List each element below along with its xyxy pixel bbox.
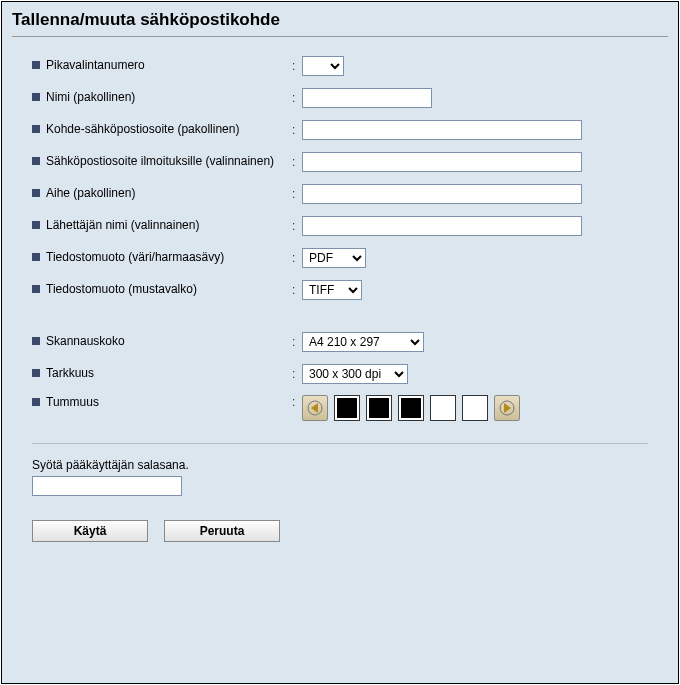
- colon: :: [292, 395, 302, 409]
- bullet-icon: [32, 61, 40, 69]
- bullet-icon: [32, 93, 40, 101]
- colon: :: [292, 367, 302, 381]
- svg-marker-3: [504, 403, 511, 413]
- bullet-icon: [32, 369, 40, 377]
- colon: :: [292, 155, 302, 169]
- colon: :: [292, 91, 302, 105]
- bullet-icon: [32, 285, 40, 293]
- darkness-swatch-2[interactable]: [366, 395, 392, 421]
- notify-email-label: Sähköpostiosoite ilmoituksille (valinnai…: [46, 154, 274, 170]
- resolution-label: Tarkkuus: [46, 366, 94, 382]
- triangle-right-icon: [499, 400, 515, 416]
- format-color-label: Tiedostomuoto (väri/harmaasävy): [46, 250, 224, 266]
- name-label: Nimi (pakollinen): [46, 90, 135, 106]
- colon: :: [292, 335, 302, 349]
- bullet-icon: [32, 125, 40, 133]
- darkness-label: Tummuus: [46, 395, 99, 411]
- admin-password-input[interactable]: [32, 476, 182, 496]
- bullet-icon: [32, 253, 40, 261]
- darkness-swatch-4[interactable]: [430, 395, 456, 421]
- sender-name-label: Lähettäjän nimi (valinnainen): [46, 218, 199, 234]
- divider: [12, 36, 668, 37]
- colon: :: [292, 219, 302, 233]
- page-title: Tallenna/muuta sähköpostikohde: [2, 2, 678, 36]
- sender-name-input[interactable]: [302, 216, 582, 236]
- resolution-select[interactable]: 300 x 300 dpi: [302, 364, 408, 384]
- speed-dial-select[interactable]: [302, 56, 344, 76]
- divider: [32, 443, 648, 444]
- colon: :: [292, 59, 302, 73]
- colon: :: [292, 187, 302, 201]
- target-email-input[interactable]: [302, 120, 582, 140]
- darkness-swatch-5[interactable]: [462, 395, 488, 421]
- colon: :: [292, 283, 302, 297]
- bullet-icon: [32, 189, 40, 197]
- subject-label: Aihe (pakollinen): [46, 186, 135, 202]
- triangle-left-icon: [307, 400, 323, 416]
- notify-email-input[interactable]: [302, 152, 582, 172]
- subject-input[interactable]: [302, 184, 582, 204]
- darkness-right-button[interactable]: [494, 395, 520, 421]
- admin-password-prompt: Syötä pääkäyttäjän salasana.: [32, 458, 678, 472]
- name-input[interactable]: [302, 88, 432, 108]
- format-bw-label: Tiedostomuoto (mustavalko): [46, 282, 197, 298]
- cancel-button[interactable]: Peruuta: [164, 520, 280, 542]
- darkness-left-button[interactable]: [302, 395, 328, 421]
- bullet-icon: [32, 337, 40, 345]
- darkness-swatch-3[interactable]: [398, 395, 424, 421]
- bullet-icon: [32, 398, 40, 406]
- scan-size-select[interactable]: A4 210 x 297: [302, 332, 424, 352]
- format-color-select[interactable]: PDF: [302, 248, 366, 268]
- format-bw-select[interactable]: TIFF: [302, 280, 362, 300]
- bullet-icon: [32, 221, 40, 229]
- target-email-label: Kohde-sähköpostiosoite (pakollinen): [46, 122, 239, 138]
- svg-marker-1: [311, 403, 318, 413]
- apply-button[interactable]: Käytä: [32, 520, 148, 542]
- darkness-swatch-1[interactable]: [334, 395, 360, 421]
- scan-size-label: Skannauskoko: [46, 334, 125, 350]
- colon: :: [292, 251, 302, 265]
- bullet-icon: [32, 157, 40, 165]
- colon: :: [292, 123, 302, 137]
- speed-dial-label: Pikavalintanumero: [46, 58, 145, 74]
